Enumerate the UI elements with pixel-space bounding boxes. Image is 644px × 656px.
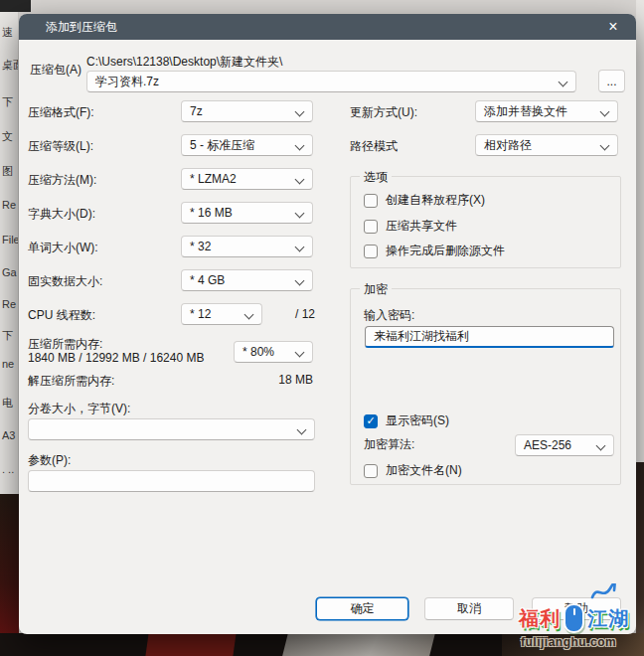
sidebar-item: . .. [2,463,14,475]
checkbox-box[interactable] [364,245,378,258]
sidebar-item: Ga [2,266,17,278]
checkbox-box[interactable] [364,414,378,428]
format-value: 7z [190,104,203,118]
add-to-archive-dialog: 添加到压缩包 × 压缩包(A) C:\Users\12138\Desktop\新… [19,14,636,634]
dictionary-label: 字典大小(D): [28,206,95,223]
sidebar-item: File [2,234,19,246]
ok-label: 确定 [351,600,375,617]
chevron-down-icon [600,107,610,117]
memory-decompress-value: 18 MB [234,373,313,387]
options-group: 选项 创建自释放程序(X) 压缩共享文件 操作完成后删除源文件 [350,176,621,268]
ok-button[interactable]: 确定 [316,597,408,620]
cpu-threads-value: * 12 [190,307,211,321]
sidebar-item: 下 [2,328,13,343]
dialog-title: 添加到压缩包 [46,19,117,36]
memory-decompress-label: 解压缩所需内存: [28,373,114,390]
update-mode-value: 添加并替换文件 [484,103,567,120]
level-combobox[interactable]: 5 - 标准压缩 [181,134,313,156]
cancel-button[interactable]: 取消 [424,597,514,620]
create-sfx-checkbox[interactable]: 创建自释放程序(X) [364,192,485,209]
create-sfx-label: 创建自释放程序(X) [386,192,485,209]
word-size-label: 单词大小(W): [28,240,98,256]
path-mode-combobox[interactable]: 相对路径 [475,134,618,156]
sidebar-item: 速 [2,25,13,40]
encrypt-filenames-label: 加密文件名(N) [386,462,462,479]
chevron-down-icon [295,175,305,185]
screen: 速 桌面 下 文 图 Re File Ga Re 下 ne 电 A3 . .. … [0,0,644,656]
titlebar[interactable]: 添加到压缩包 × [19,14,636,40]
watermark-domain: fulijianghu.com [521,635,616,649]
encryption-method-value: AES-256 [524,438,571,452]
method-value: * LZMA2 [190,172,237,186]
level-label: 压缩等级(L): [28,138,93,155]
volume-size-combobox[interactable] [28,418,315,440]
cpu-threads-max: / 12 [295,307,315,321]
chevron-down-icon [295,276,305,286]
chevron-down-icon [295,348,305,358]
sidebar-item: A3 [2,429,15,441]
word-size-combobox[interactable]: * 32 [181,236,313,257]
dictionary-combobox[interactable]: * 16 MB [181,202,313,224]
update-mode-label: 更新方式(U): [350,104,417,121]
sidebar-item: 桌面 [2,58,19,73]
archive-name-value: 学习资料.7z [95,74,159,90]
encryption-method-combobox[interactable]: AES-256 [515,434,614,456]
cancel-label: 取消 [457,600,481,617]
archive-name-combobox[interactable]: 学习资料.7z [86,71,576,92]
sidebar-item: 下 [2,94,13,109]
encryption-group-title: 加密 [360,281,392,298]
method-label: 压缩方法(M): [28,172,96,189]
solid-block-combobox[interactable]: * 4 GB [181,269,313,291]
chevron-down-icon [600,141,610,151]
checkbox-box[interactable] [364,464,378,478]
compress-shared-checkbox[interactable]: 压缩共享文件 [364,218,457,235]
wallpaper-strip [0,494,19,656]
password-input[interactable]: 来福利江湖找福利 [365,326,614,348]
chevron-down-icon [559,78,568,87]
encryption-group: 加密 输入密码: 来福利江湖找福利 显示密码(S) 加密算法: AES-256 … [350,288,621,485]
background-window-fragment [0,0,31,12]
site-watermark: 福利 江湖 fulijianghu.com [513,581,642,653]
sidebar-item: 图 [2,164,13,179]
sidebar-item: ne [2,358,14,370]
solid-block-label: 固实数据大小: [28,273,102,290]
chevron-down-icon [596,441,606,451]
password-value: 来福利江湖找福利 [374,328,469,345]
background-strip [636,0,644,462]
mouse-icon [564,603,584,633]
password-label: 输入密码: [364,307,414,324]
delete-after-checkbox[interactable]: 操作完成后删除源文件 [364,243,505,259]
watermark-text-blue: 江湖 [587,605,629,632]
show-password-checkbox[interactable]: 显示密码(S) [364,412,449,429]
explorer-sidebar: 速 桌面 下 文 图 Re File Ga Re 下 ne 电 A3 . .. [0,0,19,494]
delete-after-label: 操作完成后删除源文件 [386,243,505,259]
sidebar-item: 文 [2,129,13,144]
browse-button[interactable]: ... [598,70,625,92]
format-combobox[interactable]: 7z [181,100,313,122]
memory-percent-combobox[interactable]: * 80% [234,341,313,363]
encrypt-filenames-checkbox[interactable]: 加密文件名(N) [364,462,462,479]
update-mode-combobox[interactable]: 添加并替换文件 [475,100,618,122]
cpu-threads-label: CPU 线程数: [28,307,95,324]
memory-compress-value: 1840 MB / 12992 MB / 16240 MB [28,351,204,365]
close-icon[interactable]: × [595,14,631,40]
checkbox-box[interactable] [364,194,378,208]
parameters-input[interactable] [28,470,315,492]
format-label: 压缩格式(F): [28,104,94,121]
checkbox-box[interactable] [364,220,378,234]
archive-label: 压缩包(A) [30,62,81,79]
method-combobox[interactable]: * LZMA2 [181,168,313,190]
archive-dir-path: C:\Users\12138\Desktop\新建文件夹\ [86,54,282,71]
sidebar-item: 电 [2,396,13,410]
sidebar-item: Re [2,199,16,211]
chevron-down-icon [295,209,305,219]
sidebar-item: Re [2,298,16,310]
mouse-cable-icon [590,583,616,600]
browse-label: ... [606,75,616,88]
chevron-down-icon [295,141,305,151]
cpu-threads-combobox[interactable]: * 12 [181,303,262,325]
show-password-label: 显示密码(S) [386,412,449,429]
chevron-down-icon [244,310,254,320]
chevron-down-icon [295,243,305,252]
path-mode-value: 相对路径 [484,137,532,154]
